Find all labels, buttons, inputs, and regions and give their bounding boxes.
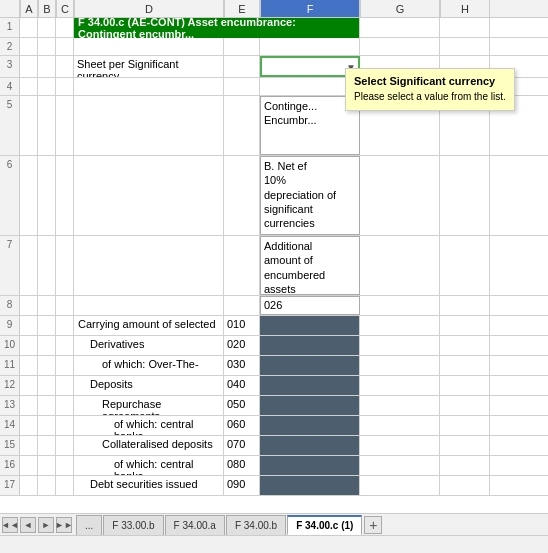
row-num-8: 8 xyxy=(0,296,20,315)
column-headers: A B C D E F G H xyxy=(0,0,548,18)
cell-e2 xyxy=(224,38,260,55)
cell-a8 xyxy=(20,296,38,315)
cell-e7 xyxy=(224,236,260,295)
cell-b6 xyxy=(38,156,56,235)
cell-c5 xyxy=(56,96,74,155)
cell-e16: 080 xyxy=(224,456,260,475)
cell-h14 xyxy=(440,416,490,435)
cell-h8 xyxy=(440,296,490,315)
cell-e11: 030 xyxy=(224,356,260,375)
tab-f-34.00.c-1[interactable]: F 34.00.c (1) xyxy=(287,515,362,535)
col-header-h[interactable]: H xyxy=(440,0,490,17)
col-header-f[interactable]: F xyxy=(260,0,360,17)
cell-a11 xyxy=(20,356,38,375)
tabs-container: ...F 33.00.bF 34.00.aF 34.00.bF 34.00.c … xyxy=(76,515,362,535)
cell-h16 xyxy=(440,456,490,475)
cell-e6 xyxy=(224,156,260,235)
cell-d10: Derivatives xyxy=(74,336,224,355)
cell-g10 xyxy=(360,336,440,355)
cell-h7 xyxy=(440,236,490,295)
cell-c12 xyxy=(56,376,74,395)
cell-c10 xyxy=(56,336,74,355)
data-rows: 9Carrying amount of selected01010Derivat… xyxy=(0,316,548,496)
cell-c14 xyxy=(56,416,74,435)
horizontal-scrollbar[interactable] xyxy=(0,535,548,553)
row-14: 14of which: central banks060 xyxy=(0,416,548,436)
cell-b2 xyxy=(38,38,56,55)
cell-e10: 020 xyxy=(224,336,260,355)
cell-a5 xyxy=(20,96,38,155)
cell-g14 xyxy=(360,416,440,435)
cell-d11: of which: Over-The- xyxy=(74,356,224,375)
cell-d12: Deposits xyxy=(74,376,224,395)
cell-g7 xyxy=(360,236,440,295)
tab-nav-next[interactable]: ► xyxy=(38,517,54,533)
col-header-e[interactable]: E xyxy=(224,0,260,17)
cell-a14 xyxy=(20,416,38,435)
cell-g9 xyxy=(360,316,440,335)
cell-d15: Collateralised deposits xyxy=(74,436,224,455)
tab-f-34.00.b[interactable]: F 34.00.b xyxy=(226,515,286,535)
cell-b14 xyxy=(38,416,56,435)
tab-nav-prev[interactable]: ◄ xyxy=(20,517,36,533)
row-num-12: 12 xyxy=(0,376,20,395)
cell-f15 xyxy=(260,436,360,455)
row-9: 9Carrying amount of selected010 xyxy=(0,316,548,336)
cell-h13 xyxy=(440,396,490,415)
cell-b17 xyxy=(38,476,56,495)
cell-f7: Additionalamount ofencumberedassets xyxy=(260,236,360,295)
cell-b8 xyxy=(38,296,56,315)
cell-c1 xyxy=(56,18,74,37)
row-10: 10Derivatives020 xyxy=(0,336,548,356)
cell-a10 xyxy=(20,336,38,355)
cell-d14: of which: central banks xyxy=(74,416,224,435)
cell-b1 xyxy=(38,18,56,37)
col-header-g[interactable]: G xyxy=(360,0,440,17)
cell-g16 xyxy=(360,456,440,475)
row-13: 13Repurchase agreements050 xyxy=(0,396,548,416)
cell-e13: 050 xyxy=(224,396,260,415)
row-15: 15Collateralised deposits070 xyxy=(0,436,548,456)
tab-nav-last[interactable]: ►► xyxy=(56,517,72,533)
row-17: 17Debt securities issued090 xyxy=(0,476,548,496)
cell-e17: 090 xyxy=(224,476,260,495)
cell-a15 xyxy=(20,436,38,455)
row-num-7: 7 xyxy=(0,236,20,295)
col-header-d[interactable]: D xyxy=(74,0,224,17)
row-12: 12Deposits040 xyxy=(0,376,548,396)
row-1: 1 F 34.00.c (AE-CONT) Asset encumbrance:… xyxy=(0,18,548,38)
cell-d4 xyxy=(74,78,224,95)
cell-e3 xyxy=(224,56,260,77)
col-header-c[interactable]: C xyxy=(56,0,74,17)
cell-title[interactable]: F 34.00.c (AE-CONT) Asset encumbrance: C… xyxy=(74,18,360,38)
cell-a2 xyxy=(20,38,38,55)
cell-h9 xyxy=(440,316,490,335)
cell-c4 xyxy=(56,78,74,95)
cell-f16 xyxy=(260,456,360,475)
row-num-5: 5 xyxy=(0,96,20,155)
col-header-b[interactable]: B xyxy=(38,0,56,17)
row-num-16: 16 xyxy=(0,456,20,475)
row-7: 7 Additionalamount ofencumberedassets xyxy=(0,236,548,296)
row-num-4: 4 xyxy=(0,78,20,95)
cell-f12 xyxy=(260,376,360,395)
tab-...[interactable]: ... xyxy=(76,515,102,535)
cell-c3 xyxy=(56,56,74,77)
cell-c8 xyxy=(56,296,74,315)
cell-h12 xyxy=(440,376,490,395)
cell-c2 xyxy=(56,38,74,55)
cell-c17 xyxy=(56,476,74,495)
row-8: 8 026 xyxy=(0,296,548,316)
cell-f9 xyxy=(260,316,360,335)
cell-f8: 026 xyxy=(260,296,360,315)
cell-b9 xyxy=(38,316,56,335)
col-header-a[interactable]: A xyxy=(20,0,38,17)
cell-e8 xyxy=(224,296,260,315)
tab-f-34.00.a[interactable]: F 34.00.a xyxy=(165,515,225,535)
cell-c13 xyxy=(56,396,74,415)
tab-nav-first[interactable]: ◄◄ xyxy=(2,517,18,533)
cell-a4 xyxy=(20,78,38,95)
tab-f-33.00.b[interactable]: F 33.00.b xyxy=(103,515,163,535)
tab-add-button[interactable]: + xyxy=(364,516,382,534)
cell-a13 xyxy=(20,396,38,415)
